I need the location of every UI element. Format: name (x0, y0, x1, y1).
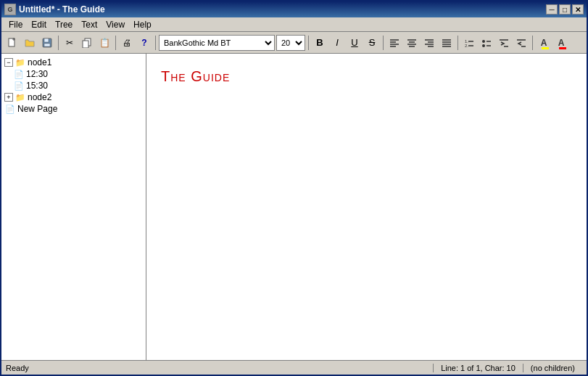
menu-file[interactable]: File (4, 18, 27, 31)
folder-icon-node2: 📁 (15, 92, 26, 102)
align-justify-button[interactable] (439, 35, 455, 51)
tree-toggle-node1[interactable]: − (4, 58, 13, 67)
titlebar-buttons: ─ □ ✕ (546, 4, 584, 15)
status-line-info: Line: 1 of 1, Char: 10 (433, 364, 523, 372)
app-icon: G (4, 4, 16, 15)
tree-label-1530: 15:30 (26, 81, 48, 91)
separator-2 (115, 36, 116, 50)
open-button[interactable] (22, 35, 38, 51)
tree-item-node1[interactable]: − 📁 node1 (1, 57, 146, 68)
tree-item-node2[interactable]: + 📁 node2 (1, 91, 146, 103)
titlebar: G Untitled* - The Guide ─ □ ✕ (1, 1, 587, 17)
tree-toggle-node2[interactable]: + (4, 93, 13, 102)
font-color-button[interactable]: A (553, 35, 569, 51)
svg-point-30 (482, 44, 485, 47)
page-icon-newpage: 📄 (4, 104, 16, 114)
align-right-button[interactable] (421, 35, 437, 51)
status-children-info: (no children) (523, 364, 582, 372)
tree-label-1230: 12:30 (26, 69, 48, 79)
separator-3 (155, 36, 156, 50)
font-size-selector[interactable]: 20 8 10 12 14 16 18 24 (276, 35, 305, 51)
cut-button[interactable]: ✂ (62, 35, 78, 51)
tree-label-newpage: New Page (17, 104, 57, 114)
svg-rect-5 (44, 44, 50, 46)
close-button[interactable]: ✕ (572, 4, 584, 15)
menu-tree[interactable]: Tree (51, 18, 77, 31)
italic-button[interactable]: I (329, 35, 345, 51)
menu-edit[interactable]: Edit (27, 18, 51, 31)
tree-item-1230[interactable]: 📄 12:30 (1, 68, 146, 80)
svg-text:2.: 2. (465, 44, 468, 47)
help-button[interactable]: ? (136, 35, 152, 51)
toolbar: ✂ 📋 🖨 ? BankGothic Md BT 20 8 10 12 14 1… (1, 32, 587, 54)
svg-rect-7 (83, 41, 88, 48)
editor-title: The Guide (161, 68, 230, 84)
separator-5 (383, 36, 384, 50)
copy-button[interactable] (79, 35, 95, 51)
align-center-button[interactable] (404, 35, 420, 51)
align-left-button[interactable] (386, 35, 402, 51)
page-icon-1530: 📄 (13, 81, 25, 91)
main-window: G Untitled* - The Guide ─ □ ✕ File Edit … (0, 0, 588, 376)
main-area: − 📁 node1 📄 12:30 📄 15:30 + 📁 node (1, 54, 587, 360)
menu-text[interactable]: Text (77, 18, 102, 31)
new-button[interactable] (4, 35, 20, 51)
print-button[interactable]: 🖨 (119, 35, 135, 51)
indent-button[interactable] (496, 35, 512, 51)
maximize-button[interactable]: □ (559, 4, 571, 15)
tree-label-node2: node2 (28, 92, 51, 102)
separator-6 (457, 36, 458, 50)
tree-item-newpage[interactable]: 📄 New Page (1, 103, 146, 115)
menu-help[interactable]: Help (129, 18, 156, 31)
unordered-list-button[interactable] (479, 35, 494, 51)
statusbar: Ready Line: 1 of 1, Char: 10 (no childre… (1, 360, 587, 375)
menu-view[interactable]: View (102, 18, 129, 31)
svg-rect-4 (44, 38, 49, 42)
folder-icon-node1: 📁 (15, 57, 26, 68)
separator-7 (532, 36, 533, 50)
editor-content[interactable]: The Guide (161, 68, 572, 359)
page-icon-1230: 📄 (13, 69, 25, 79)
outdent-button[interactable] (513, 35, 529, 51)
status-ready: Ready (6, 364, 433, 372)
highlight-button[interactable]: A (536, 35, 552, 51)
svg-point-28 (482, 40, 485, 43)
titlebar-left: G Untitled* - The Guide (4, 4, 105, 15)
ordered-list-button[interactable]: 1.2. (461, 35, 477, 51)
font-selector[interactable]: BankGothic Md BT (159, 35, 275, 51)
window-title: Untitled* - The Guide (19, 4, 105, 15)
bold-button[interactable]: B (312, 35, 328, 51)
underline-button[interactable]: U (347, 35, 363, 51)
minimize-button[interactable]: ─ (546, 4, 558, 15)
tree-label-node1: node1 (28, 57, 51, 68)
strikethrough-button[interactable]: S (364, 35, 380, 51)
save-button[interactable] (39, 35, 55, 51)
editor-area[interactable]: The Guide (146, 54, 587, 360)
menubar: File Edit Tree Text View Help (1, 17, 587, 32)
paste-button[interactable]: 📋 (96, 35, 112, 51)
separator-4 (308, 36, 309, 50)
tree-panel: − 📁 node1 📄 12:30 📄 15:30 + 📁 node (1, 54, 146, 360)
separator-1 (58, 36, 59, 50)
tree-item-1530[interactable]: 📄 15:30 (1, 80, 146, 91)
